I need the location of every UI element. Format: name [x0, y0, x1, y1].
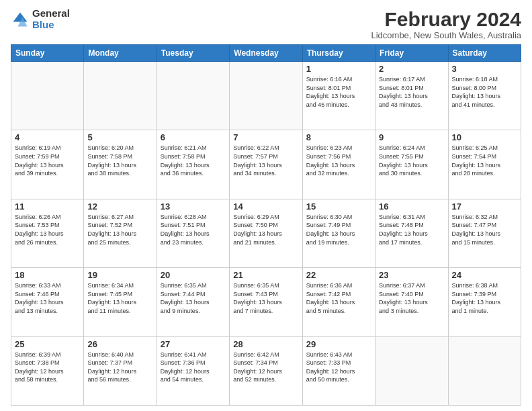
calendar-cell: 5Sunrise: 6:20 AM Sunset: 7:58 PM Daylig…	[84, 130, 157, 199]
day-number: 13	[161, 201, 226, 212]
day-number: 9	[379, 132, 444, 142]
logo-text: General Blue	[32, 8, 70, 30]
calendar-cell: 1Sunrise: 6:16 AM Sunset: 8:01 PM Daylig…	[302, 62, 375, 130]
day-info: Sunrise: 6:16 AM Sunset: 8:01 PM Dayligh…	[306, 75, 371, 109]
calendar-cell	[11, 62, 84, 130]
day-number: 8	[306, 132, 371, 142]
calendar-cell: 12Sunrise: 6:27 AM Sunset: 7:52 PM Dayli…	[84, 199, 157, 267]
subtitle: Lidcombe, New South Wales, Australia	[371, 30, 521, 40]
page: General Blue February 2024 Lidcombe, New…	[0, 0, 532, 411]
week-row-2: 11Sunrise: 6:26 AM Sunset: 7:53 PM Dayli…	[11, 199, 521, 267]
day-number: 15	[306, 201, 371, 212]
col-header-monday: Monday	[84, 45, 157, 62]
day-number: 19	[87, 270, 152, 280]
calendar-cell: 16Sunrise: 6:31 AM Sunset: 7:48 PM Dayli…	[375, 199, 448, 267]
day-info: Sunrise: 6:37 AM Sunset: 7:40 PM Dayligh…	[379, 281, 444, 315]
calendar-cell: 8Sunrise: 6:23 AM Sunset: 7:56 PM Daylig…	[302, 130, 375, 199]
week-row-3: 18Sunrise: 6:33 AM Sunset: 7:46 PM Dayli…	[11, 268, 521, 336]
calendar-cell: 20Sunrise: 6:35 AM Sunset: 7:44 PM Dayli…	[157, 268, 229, 336]
day-number: 24	[452, 270, 517, 280]
logo-blue: Blue	[32, 19, 70, 31]
day-number: 23	[379, 270, 444, 280]
calendar-cell	[375, 336, 448, 405]
day-info: Sunrise: 6:40 AM Sunset: 7:37 PM Dayligh…	[87, 351, 152, 384]
day-info: Sunrise: 6:42 AM Sunset: 7:34 PM Dayligh…	[233, 351, 298, 384]
day-info: Sunrise: 6:33 AM Sunset: 7:46 PM Dayligh…	[15, 281, 80, 315]
day-info: Sunrise: 6:23 AM Sunset: 7:56 PM Dayligh…	[306, 144, 371, 177]
col-header-sunday: Sunday	[11, 45, 84, 62]
day-number: 5	[87, 132, 152, 142]
svg-marker-0	[13, 12, 28, 21]
day-number: 10	[452, 132, 517, 142]
day-info: Sunrise: 6:20 AM Sunset: 7:58 PM Dayligh…	[87, 144, 152, 177]
calendar-cell: 21Sunrise: 6:35 AM Sunset: 7:43 PM Dayli…	[230, 268, 302, 336]
calendar-cell: 15Sunrise: 6:30 AM Sunset: 7:49 PM Dayli…	[302, 199, 375, 267]
day-number: 17	[452, 201, 517, 212]
calendar-cell: 19Sunrise: 6:34 AM Sunset: 7:45 PM Dayli…	[84, 268, 157, 336]
calendar-cell: 25Sunrise: 6:39 AM Sunset: 7:38 PM Dayli…	[11, 336, 84, 405]
day-info: Sunrise: 6:18 AM Sunset: 8:00 PM Dayligh…	[452, 75, 517, 109]
day-info: Sunrise: 6:43 AM Sunset: 7:33 PM Dayligh…	[306, 351, 371, 384]
day-info: Sunrise: 6:41 AM Sunset: 7:36 PM Dayligh…	[161, 351, 226, 384]
calendar-cell: 2Sunrise: 6:17 AM Sunset: 8:01 PM Daylig…	[375, 62, 448, 130]
main-title: February 2024	[371, 8, 521, 30]
logo-general: General	[32, 8, 70, 19]
day-info: Sunrise: 6:28 AM Sunset: 7:51 PM Dayligh…	[161, 213, 226, 246]
day-info: Sunrise: 6:26 AM Sunset: 7:53 PM Dayligh…	[15, 213, 80, 246]
day-number: 7	[233, 132, 298, 142]
calendar-cell: 23Sunrise: 6:37 AM Sunset: 7:40 PM Dayli…	[375, 268, 448, 336]
day-number: 2	[379, 64, 444, 74]
day-number: 1	[306, 64, 371, 74]
col-header-friday: Friday	[375, 45, 448, 62]
calendar-cell: 26Sunrise: 6:40 AM Sunset: 7:37 PM Dayli…	[84, 336, 157, 405]
header: General Blue February 2024 Lidcombe, New…	[11, 8, 521, 40]
day-info: Sunrise: 6:36 AM Sunset: 7:42 PM Dayligh…	[306, 281, 371, 315]
calendar-cell: 27Sunrise: 6:41 AM Sunset: 7:36 PM Dayli…	[157, 336, 229, 405]
day-number: 14	[233, 201, 298, 212]
day-number: 18	[15, 270, 80, 280]
day-info: Sunrise: 6:34 AM Sunset: 7:45 PM Dayligh…	[87, 281, 152, 315]
day-number: 25	[15, 339, 80, 349]
calendar-cell: 11Sunrise: 6:26 AM Sunset: 7:53 PM Dayli…	[11, 199, 84, 267]
calendar-cell: 3Sunrise: 6:18 AM Sunset: 8:00 PM Daylig…	[448, 62, 521, 130]
day-info: Sunrise: 6:21 AM Sunset: 7:58 PM Dayligh…	[161, 144, 226, 177]
day-number: 26	[87, 339, 152, 349]
col-header-thursday: Thursday	[302, 45, 375, 62]
day-info: Sunrise: 6:35 AM Sunset: 7:44 PM Dayligh…	[161, 281, 226, 315]
day-number: 6	[161, 132, 226, 142]
calendar-cell	[84, 62, 157, 130]
calendar-cell: 29Sunrise: 6:43 AM Sunset: 7:33 PM Dayli…	[302, 336, 375, 405]
day-number: 29	[306, 339, 371, 349]
day-info: Sunrise: 6:24 AM Sunset: 7:55 PM Dayligh…	[379, 144, 444, 177]
day-info: Sunrise: 6:31 AM Sunset: 7:48 PM Dayligh…	[379, 213, 444, 246]
calendar-cell	[157, 62, 229, 130]
calendar-cell: 14Sunrise: 6:29 AM Sunset: 7:50 PM Dayli…	[230, 199, 302, 267]
day-info: Sunrise: 6:17 AM Sunset: 8:01 PM Dayligh…	[379, 75, 444, 109]
day-info: Sunrise: 6:30 AM Sunset: 7:49 PM Dayligh…	[306, 213, 371, 246]
calendar-cell	[448, 336, 521, 405]
day-number: 4	[15, 132, 80, 142]
calendar-cell: 28Sunrise: 6:42 AM Sunset: 7:34 PM Dayli…	[230, 336, 302, 405]
day-number: 27	[161, 339, 226, 349]
logo-icon	[11, 10, 30, 29]
title-block: February 2024 Lidcombe, New South Wales,…	[371, 8, 521, 40]
calendar-cell: 10Sunrise: 6:25 AM Sunset: 7:54 PM Dayli…	[448, 130, 521, 199]
week-row-1: 4Sunrise: 6:19 AM Sunset: 7:59 PM Daylig…	[11, 130, 521, 199]
day-number: 22	[306, 270, 371, 280]
calendar-cell: 13Sunrise: 6:28 AM Sunset: 7:51 PM Dayli…	[157, 199, 229, 267]
week-row-4: 25Sunrise: 6:39 AM Sunset: 7:38 PM Dayli…	[11, 336, 521, 405]
calendar-cell: 18Sunrise: 6:33 AM Sunset: 7:46 PM Dayli…	[11, 268, 84, 336]
calendar-cell: 6Sunrise: 6:21 AM Sunset: 7:58 PM Daylig…	[157, 130, 229, 199]
calendar-cell	[230, 62, 302, 130]
day-info: Sunrise: 6:29 AM Sunset: 7:50 PM Dayligh…	[233, 213, 298, 246]
day-number: 21	[233, 270, 298, 280]
col-header-tuesday: Tuesday	[157, 45, 229, 62]
day-info: Sunrise: 6:35 AM Sunset: 7:43 PM Dayligh…	[233, 281, 298, 315]
calendar-cell: 17Sunrise: 6:32 AM Sunset: 7:47 PM Dayli…	[448, 199, 521, 267]
day-number: 28	[233, 339, 298, 349]
calendar-header-row: SundayMondayTuesdayWednesdayThursdayFrid…	[11, 45, 521, 62]
day-info: Sunrise: 6:22 AM Sunset: 7:57 PM Dayligh…	[233, 144, 298, 177]
day-number: 16	[379, 201, 444, 212]
day-number: 20	[161, 270, 226, 280]
week-row-0: 1Sunrise: 6:16 AM Sunset: 8:01 PM Daylig…	[11, 62, 521, 130]
